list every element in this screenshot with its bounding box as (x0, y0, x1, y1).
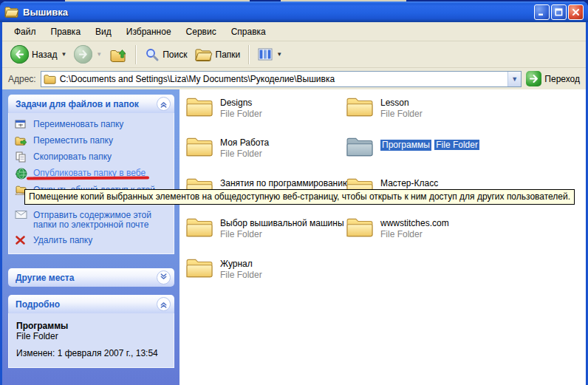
address-folder-icon (44, 74, 56, 84)
file-list-area: Designs File Folder Lesson File Folder М… (180, 89, 586, 385)
file-name: Выбор вышивальной машины (220, 218, 344, 229)
folder-icon-selected (346, 136, 373, 158)
file-name: Программы (380, 140, 431, 151)
back-label: Назад (32, 50, 57, 60)
menu-edit[interactable]: Правка (44, 24, 89, 40)
details-item-modified: Изменен: 1 февраля 2007 г., 13:54 (16, 348, 168, 358)
folders-label: Папки (216, 50, 241, 60)
up-button[interactable] (106, 45, 131, 64)
search-label: Поиск (163, 50, 187, 60)
menu-file[interactable]: Файл (7, 24, 44, 40)
folder-item-wwwstitches[interactable]: wwwstitches.com File Folder (346, 217, 449, 239)
file-type: File Folder (380, 229, 449, 239)
folder-icon (4, 6, 18, 18)
window-title: Вышивка (23, 7, 533, 18)
rename-folder-icon (15, 119, 28, 130)
address-dropdown-button[interactable]: ▼ (507, 72, 521, 86)
panel-header-other-places[interactable]: Другие места (8, 268, 174, 287)
chevron-down-icon[interactable] (157, 270, 171, 285)
toolbar-separator (135, 45, 137, 64)
go-button[interactable]: Переход (526, 71, 583, 86)
forward-button[interactable]: ▼ (70, 44, 106, 65)
folder-item-zhurnal[interactable]: Журнал File Folder (186, 257, 262, 280)
task-label: Скопировать папку (33, 152, 165, 162)
forward-dropdown-caret[interactable]: ▼ (96, 51, 102, 58)
tooltip: Помещение копий выбранных элементов на о… (24, 189, 575, 205)
go-arrow-icon (526, 71, 541, 86)
task-rename-folder[interactable]: Переименовать папку (15, 120, 171, 130)
panel-header-details[interactable]: Подробно (8, 295, 174, 313)
views-dropdown-caret[interactable]: ▼ (276, 51, 282, 58)
task-email-folder-contents[interactable]: Отправить содержимое этой папки по элект… (15, 211, 171, 230)
views-button[interactable]: ▼ (254, 47, 286, 62)
folders-button[interactable]: Папки (191, 46, 245, 64)
panel-title: Подробно (16, 299, 60, 310)
file-name: Журнал (220, 259, 262, 270)
folder-icon (186, 217, 213, 239)
address-path: C:\Documents and Settings\Liza\My Docume… (60, 74, 508, 84)
copy-folder-icon (15, 151, 28, 163)
file-type: File Folder (220, 149, 269, 159)
task-delete-folder[interactable]: Удалить папку (15, 236, 171, 245)
panel-other-places: Другие места (8, 268, 174, 287)
delete-icon (15, 235, 28, 245)
back-button[interactable]: Назад ▼ (7, 44, 70, 65)
menu-favorites[interactable]: Избранное (119, 24, 179, 40)
address-bar: Адрес: C:\Documents and Settings\Liza\My… (2, 68, 586, 90)
folder-item-programmy-selected[interactable]: Программы File Folder (346, 136, 479, 158)
views-icon (258, 48, 273, 61)
menu-tools[interactable]: Сервис (179, 24, 224, 40)
search-button[interactable]: Поиск (141, 46, 191, 64)
folder-icon (346, 96, 373, 118)
file-name: Designs (220, 98, 262, 109)
back-dropdown-caret[interactable]: ▼ (61, 51, 66, 58)
up-folder-icon (109, 47, 127, 63)
sidebar-gap (8, 287, 174, 295)
panel-title: Задачи для файлов и папок (16, 99, 139, 109)
address-label: Адрес: (8, 74, 36, 84)
panel-body-details: Программы File Folder Изменен: 1 февраля… (8, 313, 174, 368)
folder-icon (186, 257, 213, 279)
menu-help[interactable]: Справка (224, 24, 273, 40)
task-label: Переместить папку (33, 136, 165, 146)
forward-icon (74, 45, 92, 64)
minimize-button[interactable] (534, 4, 550, 20)
email-icon (15, 210, 28, 219)
address-input[interactable]: C:\Documents and Settings\Liza\My Docume… (41, 71, 522, 87)
task-label: Переименовать папку (33, 120, 165, 129)
folder-item-vybor-mashiny[interactable]: Выбор вышивальной машины File Folder (186, 217, 344, 239)
details-item-name: Программы (16, 321, 168, 331)
task-pane-sidebar: Задачи для файлов и папок Переименовать … (2, 89, 180, 385)
file-name: Занятия по программированию (220, 178, 349, 189)
chevron-up-icon[interactable] (157, 97, 171, 111)
menu-bar: Файл Правка Вид Избранное Сервис Справка (2, 22, 586, 41)
chevron-up-icon[interactable] (157, 297, 171, 311)
maximize-button[interactable] (551, 4, 567, 20)
panel-file-folder-tasks: Задачи для файлов и папок Переименовать … (8, 95, 174, 254)
search-icon (145, 47, 160, 62)
toolbar: Назад ▼ ▼ Поиск (2, 41, 586, 68)
details-item-type: File Folder (16, 331, 168, 341)
task-label: Отправить содержимое этой папки по элект… (33, 211, 165, 230)
title-bar: Вышивка (0, 1, 588, 22)
folder-icon (346, 217, 373, 239)
task-move-folder[interactable]: Переместить папку (15, 136, 171, 146)
close-button[interactable] (568, 4, 584, 20)
move-folder-icon (15, 135, 28, 146)
folders-icon (195, 47, 213, 62)
file-type: File Folder (380, 109, 423, 119)
folder-item-lesson[interactable]: Lesson File Folder (346, 96, 423, 119)
back-icon (10, 45, 29, 64)
folder-item-designs[interactable]: Designs File Folder (186, 96, 262, 119)
menu-view[interactable]: Вид (88, 24, 119, 40)
file-name: Моя Работа (220, 137, 269, 149)
toolbar-separator (248, 45, 250, 64)
folder-item-moya-rabota[interactable]: Моя Работа File Folder (186, 136, 269, 159)
folder-icon (186, 96, 213, 118)
panel-header-tasks[interactable]: Задачи для файлов и папок (8, 95, 174, 113)
panel-body-tasks: Переименовать папку Переместить папку (8, 113, 174, 254)
content-area: Задачи для файлов и папок Переименовать … (2, 89, 586, 385)
file-type: File Folder (434, 140, 479, 150)
task-copy-folder[interactable]: Скопировать папку (15, 152, 171, 163)
panel-details: Подробно Программы File Folder Изменен: … (8, 295, 174, 368)
